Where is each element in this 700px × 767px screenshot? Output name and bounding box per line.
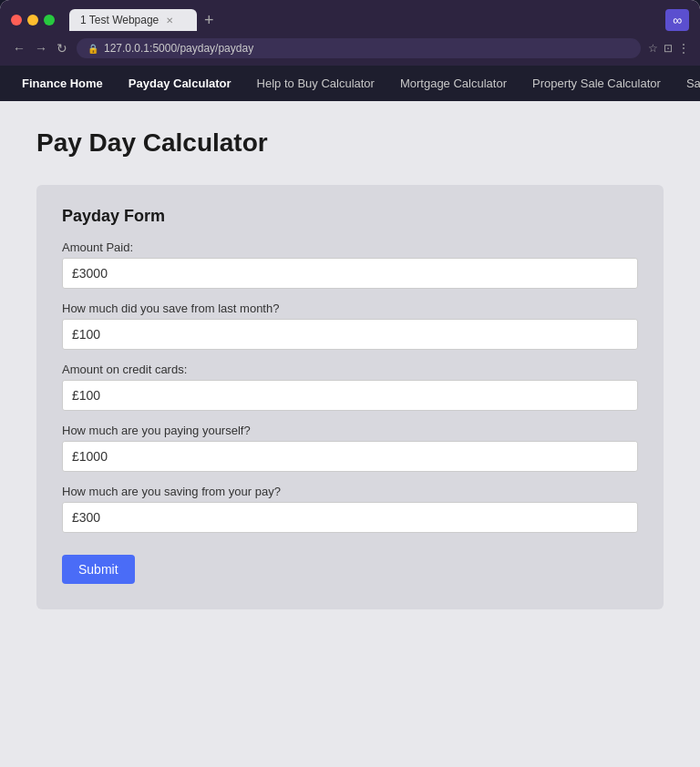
savings-last-month-input[interactable] [62, 319, 638, 350]
address-bar-actions: ☆ ⊡ ⋮ [648, 42, 689, 55]
amount-paid-input[interactable] [62, 258, 638, 289]
paying-yourself-input[interactable] [62, 441, 638, 472]
refresh-button[interactable]: ↻ [55, 39, 69, 57]
lock-icon: 🔒 [88, 44, 98, 54]
address-text: 127.0.0.1:5000/payday/payday [104, 42, 253, 55]
infinity-icon: ∞ [665, 9, 689, 31]
saving-from-pay-input[interactable] [62, 502, 638, 533]
submit-button[interactable]: Submit [62, 555, 135, 584]
form-group-paying-yourself: How much are you paying yourself? [62, 424, 638, 472]
nav-item-savings[interactable]: Savings ▾ [683, 66, 700, 101]
maximize-button[interactable] [44, 15, 55, 26]
nav-item-help-to-buy[interactable]: Help to Buy Calculator [253, 66, 378, 101]
new-tab-button[interactable]: + [201, 11, 218, 30]
tab-title: 1 Test Webpage [80, 14, 159, 26]
traffic-lights [11, 15, 55, 26]
active-tab[interactable]: 1 Test Webpage ✕ [69, 9, 197, 31]
nav-item-property-sale[interactable]: Property Sale Calculator [529, 66, 664, 101]
payday-form-container: Payday Form Amount Paid: How much did yo… [36, 185, 664, 609]
minimize-button[interactable] [27, 15, 38, 26]
extensions-icon[interactable]: ⊡ [664, 42, 673, 55]
label-savings-last-month: How much did you save from last month? [62, 302, 638, 315]
browser-chrome: 1 Test Webpage ✕ + ∞ ← → ↻ 🔒 127.0.0.1:5… [0, 0, 700, 66]
label-paying-yourself: How much are you paying yourself? [62, 424, 638, 437]
address-bar[interactable]: 🔒 127.0.0.1:5000/payday/payday [77, 38, 641, 58]
address-bar-row: ← → ↻ 🔒 127.0.0.1:5000/payday/payday ☆ ⊡… [11, 38, 689, 66]
form-group-savings-last-month: How much did you save from last month? [62, 302, 638, 350]
nav-item-payday-calculator[interactable]: Payday Calculator [125, 66, 235, 101]
form-title: Payday Form [62, 207, 638, 226]
close-button[interactable] [11, 15, 22, 26]
page-header: Pay Day Calculator [0, 101, 700, 176]
form-group-amount-paid: Amount Paid: [62, 240, 638, 289]
tab-close-icon[interactable]: ✕ [166, 15, 173, 26]
forward-button[interactable]: → [33, 39, 49, 57]
browser-controls: 1 Test Webpage ✕ + ∞ [11, 9, 689, 31]
browser-window: 1 Test Webpage ✕ + ∞ ← → ↻ 🔒 127.0.0.1:5… [0, 0, 700, 767]
tab-bar: 1 Test Webpage ✕ + ∞ [69, 9, 689, 31]
nav-buttons: ← → ↻ [11, 39, 69, 57]
back-button[interactable]: ← [11, 39, 27, 57]
page-title: Pay Day Calculator [36, 128, 664, 158]
credit-cards-input[interactable] [62, 380, 638, 411]
nav-item-finance-home[interactable]: Finance Home [18, 66, 107, 101]
star-icon[interactable]: ☆ [648, 42, 658, 55]
nav-item-mortgage[interactable]: Mortgage Calculator [396, 66, 510, 101]
form-group-credit-cards: Amount on credit cards: [62, 363, 638, 411]
label-amount-paid: Amount Paid: [62, 240, 638, 254]
label-credit-cards: Amount on credit cards: [62, 363, 638, 376]
page-content: Pay Day Calculator Payday Form Amount Pa… [0, 101, 700, 767]
bottom-space [0, 637, 700, 767]
label-saving-from-pay: How much are you saving from your pay? [62, 485, 638, 498]
form-group-saving-from-pay: How much are you saving from your pay? [62, 485, 638, 533]
site-nav: Finance Home Payday Calculator Help to B… [0, 66, 700, 101]
menu-icon[interactable]: ⋮ [678, 42, 689, 55]
